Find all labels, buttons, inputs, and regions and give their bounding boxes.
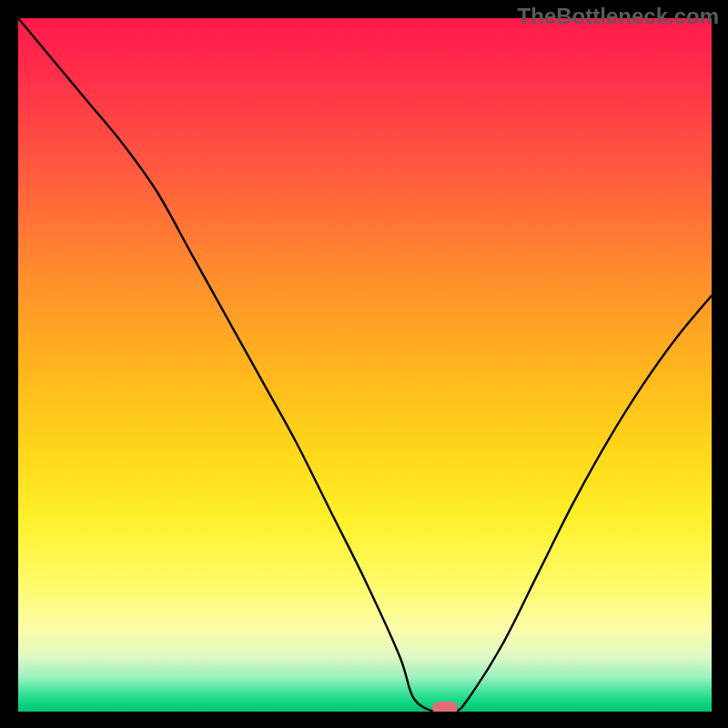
curve-path bbox=[18, 18, 712, 712]
optimal-marker bbox=[432, 702, 458, 712]
bottleneck-curve bbox=[18, 18, 712, 712]
chart-frame: TheBottleneck.com bbox=[0, 0, 728, 728]
watermark-text: TheBottleneck.com bbox=[518, 4, 719, 29]
plot-area bbox=[18, 18, 712, 712]
